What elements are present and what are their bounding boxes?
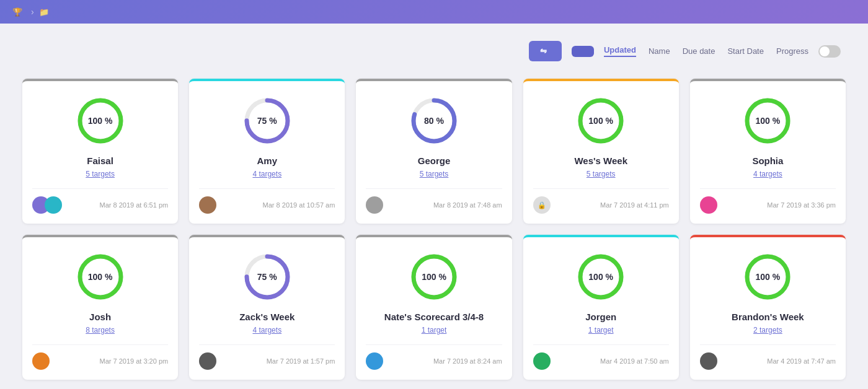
scorecard-card[interactable]: 100 % Josh 8 targets Mar 7 2019 at 3:20 …	[22, 235, 178, 380]
progress-label: 100 %	[588, 116, 613, 126]
avatar	[533, 352, 551, 370]
avatar	[45, 196, 62, 214]
progress-label: 100 %	[422, 272, 446, 282]
all-goals-nav[interactable]: 🏆	[12, 7, 26, 17]
scorecard-card[interactable]: 100 % Jorgen 1 target Mar 4 2019 at 7:50…	[523, 235, 679, 380]
sort-start-date[interactable]: Start Date	[727, 46, 764, 56]
card-title: Brandon's Week	[732, 312, 804, 322]
progress-label: 100 %	[756, 272, 781, 282]
card-title: Jorgen	[585, 312, 616, 322]
avatar-group	[366, 196, 383, 214]
folder-icon: 📁	[39, 7, 49, 17]
card-footer: Mar 7 2019 at 1:57 pm	[199, 344, 335, 370]
card-title: Wes's Week	[574, 155, 627, 166]
avatar-group	[700, 352, 717, 370]
share-icon: ⇋	[540, 46, 547, 56]
card-footer: Mar 7 2019 at 3:20 pm	[32, 344, 168, 370]
sort-name[interactable]: Name	[649, 46, 670, 56]
sharing-permissions-button[interactable]: ⇋	[529, 41, 562, 61]
progress-circle: 100 %	[743, 252, 792, 302]
card-targets-link[interactable]: 1 target	[422, 326, 447, 334]
show-archived-toggle[interactable]	[818, 45, 846, 58]
new-goal-button[interactable]	[572, 46, 594, 57]
archived-toggle-switch[interactable]	[818, 45, 841, 58]
avatar: 🔒	[533, 196, 551, 214]
scorecard-card[interactable]: 100 % Sophia 4 targets Mar 7 2019 at 3:3…	[690, 79, 846, 224]
progress-circle: 100 %	[576, 96, 626, 146]
avatar	[700, 196, 717, 214]
card-date: Mar 8 2019 at 6:51 pm	[100, 201, 169, 209]
card-date: Mar 7 2019 at 8:24 am	[433, 357, 502, 365]
card-targets-link[interactable]: 5 targets	[86, 170, 115, 178]
scorecard-card[interactable]: 100 % Nate's Scorecard 3/4-8 1 target Ma…	[356, 235, 512, 380]
card-targets-link[interactable]: 8 targets	[86, 326, 115, 334]
card-targets-link[interactable]: 4 targets	[753, 170, 782, 178]
card-footer: Mar 7 2019 at 3:36 pm	[700, 188, 836, 214]
card-date: Mar 7 2019 at 3:36 pm	[767, 201, 836, 209]
avatar	[199, 352, 216, 370]
sort-updated[interactable]: Updated	[604, 45, 636, 57]
card-date: Mar 7 2019 at 3:20 pm	[100, 357, 169, 365]
progress-circle: 100 %	[409, 252, 459, 302]
card-title: George	[418, 155, 451, 166]
card-footer: Mar 8 2019 at 10:57 am	[199, 188, 335, 214]
card-date: Mar 4 2019 at 7:50 am	[600, 357, 669, 365]
progress-circle: 100 %	[743, 96, 792, 146]
card-targets-link[interactable]: 5 targets	[587, 170, 616, 178]
avatar	[366, 352, 383, 370]
progress-circle: 80 %	[409, 96, 459, 146]
progress-circle: 100 %	[76, 252, 125, 302]
card-title: Nate's Scorecard 3/4-8	[384, 312, 484, 322]
avatar	[366, 196, 383, 214]
card-targets-link[interactable]: 4 targets	[252, 326, 281, 334]
card-date: Mar 8 2019 at 10:57 am	[263, 201, 335, 209]
card-targets-link[interactable]: 4 targets	[252, 170, 281, 178]
progress-circle: 100 %	[576, 252, 626, 302]
card-footer: Mar 8 2019 at 6:51 pm	[32, 188, 168, 214]
sort-options: Updated Name Due date Start Date Progres…	[604, 45, 808, 57]
main-content: ⇋ Updated Name Due date Start Date Progr…	[0, 24, 868, 389]
sort-progress[interactable]: Progress	[776, 46, 808, 56]
progress-label: 75 %	[257, 272, 277, 282]
scorecard-nav[interactable]: 📁	[39, 7, 53, 17]
avatar-group	[700, 196, 717, 214]
scorecard-card[interactable]: 75 % Amy 4 targets Mar 8 2019 at 10:57 a…	[189, 79, 345, 224]
avatar	[700, 352, 717, 370]
top-navigation: 🏆 › 📁	[0, 0, 868, 24]
avatar-group	[533, 352, 551, 370]
cards-grid: 100 % Faisal 5 targets Mar 8 2019 at 6:5…	[22, 79, 846, 380]
card-date: Mar 7 2019 at 4:11 pm	[600, 201, 669, 209]
progress-label: 100 %	[88, 116, 113, 126]
avatar-group	[32, 352, 50, 370]
card-title: Josh	[89, 312, 111, 322]
scorecard-card[interactable]: 75 % Zack's Week 4 targets Mar 7 2019 at…	[189, 235, 345, 380]
card-footer: 🔒 Mar 7 2019 at 4:11 pm	[533, 188, 669, 214]
scorecard-card[interactable]: 80 % George 5 targets Mar 8 2019 at 7:48…	[356, 79, 512, 224]
progress-circle: 100 %	[76, 96, 125, 146]
progress-circle: 75 %	[242, 96, 292, 146]
scorecard-card[interactable]: 100 % Brandon's Week 2 targets Mar 4 201…	[690, 235, 846, 380]
trophy-icon: 🏆	[12, 7, 22, 17]
avatar-group	[366, 352, 383, 370]
scorecard-card[interactable]: 100 % Wes's Week 5 targets 🔒 Mar 7 2019 …	[523, 79, 679, 224]
card-date: Mar 8 2019 at 7:48 am	[433, 201, 502, 209]
progress-label: 100 %	[756, 116, 781, 126]
page-header: ⇋ Updated Name Due date Start Date Progr…	[22, 41, 846, 61]
progress-label: 80 %	[424, 116, 444, 126]
card-targets-link[interactable]: 5 targets	[420, 170, 449, 178]
card-footer: Mar 8 2019 at 7:48 am	[366, 188, 502, 214]
card-date: Mar 7 2019 at 1:57 pm	[267, 357, 335, 365]
avatar	[199, 196, 216, 214]
card-targets-link[interactable]: 1 target	[588, 326, 614, 334]
card-title: Amy	[257, 155, 278, 166]
avatar-group	[199, 196, 216, 214]
card-title: Zack's Week	[239, 312, 294, 322]
scorecard-card[interactable]: 100 % Faisal 5 targets Mar 8 2019 at 6:5…	[22, 79, 178, 224]
progress-circle: 75 %	[242, 252, 292, 302]
sort-due-date[interactable]: Due date	[683, 46, 715, 56]
avatar-group	[199, 352, 216, 370]
card-footer: Mar 4 2019 at 7:50 am	[533, 344, 669, 370]
card-targets-link[interactable]: 2 targets	[753, 326, 782, 334]
card-title: Faisal	[87, 155, 113, 166]
progress-label: 75 %	[257, 116, 277, 126]
